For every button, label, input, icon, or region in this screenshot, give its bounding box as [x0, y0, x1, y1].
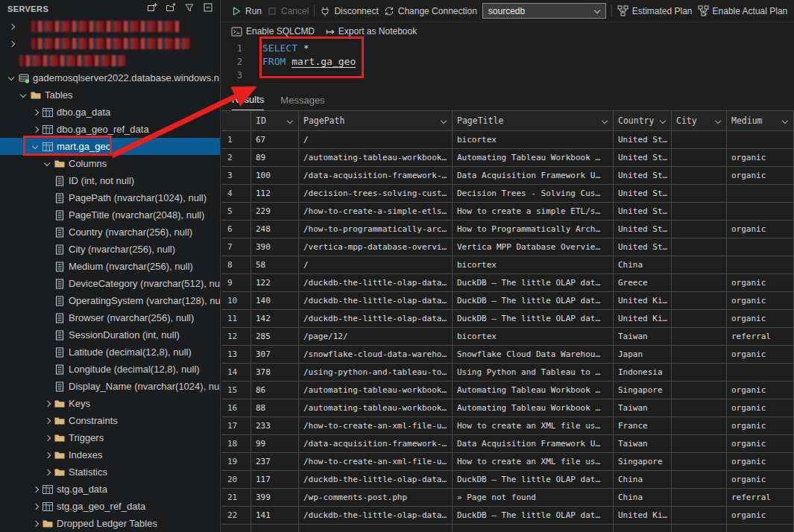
data-cell[interactable] — [672, 453, 727, 471]
data-cell[interactable] — [672, 274, 727, 292]
row-number-cell[interactable]: 21 — [221, 489, 251, 507]
data-cell[interactable]: 112 — [251, 185, 299, 203]
tree-item-operatingsystem-varchar-128-null[interactable]: OperatingSystem (varchar(128), null) — [0, 292, 220, 309]
data-cell[interactable] — [727, 256, 794, 274]
tab-messages[interactable]: Messages — [280, 95, 324, 110]
change-connection-button[interactable]: Change Connection — [384, 6, 477, 16]
data-cell[interactable]: organic — [727, 346, 794, 364]
tree-item-keys[interactable]: Keys — [0, 395, 220, 412]
data-cell[interactable] — [672, 185, 727, 203]
tree-item-mart-ga-geo[interactable]: mart.ga_geo — [0, 138, 220, 155]
data-cell[interactable]: How to create an XML file us… — [453, 417, 614, 435]
data-cell[interactable]: / — [299, 256, 453, 274]
column-header-medium[interactable]: Medium — [727, 111, 794, 131]
chevron-down-icon[interactable] — [42, 158, 54, 170]
row-number-cell[interactable]: 22 — [221, 507, 251, 525]
column-header-city[interactable]: City — [672, 111, 727, 131]
chevron-right-icon[interactable] — [30, 107, 42, 118]
data-cell[interactable]: 86 — [251, 381, 299, 399]
tree-item-longitude-decimal-12-8-null[interactable]: Longitude (decimal(12,8), null) — [0, 361, 220, 378]
data-cell[interactable]: organic — [727, 471, 794, 489]
tree-item-country-nvarchar-256-null[interactable]: Country (nvarchar(256), null) — [0, 224, 220, 241]
data-cell[interactable]: Taiwan — [614, 328, 672, 346]
row-number-cell[interactable]: 6 — [221, 221, 251, 238]
data-cell[interactable]: How to create a simple ETL/s… — [453, 203, 614, 221]
data-cell[interactable]: DuckDB – The little OLAP dat… — [453, 292, 614, 310]
data-cell[interactable]: /how-to-create-a-simple-etls… — [299, 203, 453, 221]
data-cell[interactable] — [672, 417, 727, 435]
data-cell[interactable] — [672, 364, 727, 381]
tree-item-dropped-ledger-tables[interactable]: Dropped Ledger Tables — [0, 515, 220, 532]
tree-item-gademosqlserver2022-database-windows-n[interactable]: gademosqlserver2022.database.windows.n..… — [0, 69, 220, 86]
row-number-cell[interactable]: 17 — [221, 417, 251, 435]
data-cell[interactable]: /snowflake-cloud-data-wareho… — [299, 346, 453, 364]
data-cell[interactable]: /duckdb-the-little-olap-data… — [299, 292, 453, 310]
tree-item-pagepath-nvarchar-1024-null[interactable]: PagePath (nvarchar(1024), null) — [0, 189, 220, 206]
chevron-right-icon[interactable] — [42, 432, 54, 444]
data-cell[interactable]: Taiwan — [614, 399, 672, 417]
data-cell[interactable]: /how-to-create-an-xml-file-u… — [299, 417, 453, 435]
data-cell[interactable]: Taiwan — [614, 435, 672, 453]
data-cell[interactable] — [672, 525, 727, 532]
data-cell[interactable]: /automating-tableau-workbook… — [299, 381, 453, 399]
data-cell[interactable]: /duckdb-the-little-olap-data… — [299, 274, 453, 292]
tree-item-stg-ga-geo-ref-data[interactable]: stg.ga_geo_ref_data — [0, 498, 220, 515]
data-cell[interactable] — [672, 346, 727, 364]
column-header-pagepath[interactable]: PagePath — [299, 111, 453, 131]
data-cell[interactable]: 141 — [251, 507, 299, 525]
tree-item-sessionduration-int-null[interactable]: SessionDuration (int, null) — [0, 326, 220, 343]
data-cell[interactable] — [727, 364, 794, 381]
data-cell[interactable]: China — [614, 256, 672, 274]
row-number-cell[interactable]: 15 — [221, 381, 251, 399]
tree-item-redacted-1[interactable] — [0, 18, 220, 35]
data-cell[interactable]: organic — [727, 149, 794, 167]
data-cell[interactable] — [672, 131, 727, 149]
row-number-cell[interactable]: 13 — [221, 346, 251, 364]
data-cell[interactable] — [672, 435, 727, 453]
row-number-cell[interactable]: 11 — [221, 310, 251, 328]
data-cell[interactable] — [672, 399, 727, 417]
chevron-right-icon[interactable] — [42, 466, 54, 478]
data-cell[interactable]: DuckDB – The little OLAP dat… — [453, 507, 614, 525]
export-as-notebook-button[interactable]: ↦ Export as Notebook — [326, 26, 417, 37]
data-cell[interactable]: Vertica MPP Database Overvie… — [453, 238, 614, 256]
disconnect-button[interactable]: Disconnect — [320, 6, 378, 16]
row-number-cell[interactable]: 5 — [221, 203, 251, 221]
data-cell[interactable]: 399 — [251, 489, 299, 507]
chevron-right-icon[interactable] — [6, 21, 18, 33]
chevron-down-icon[interactable] — [6, 72, 18, 84]
data-cell[interactable]: /page/12/ — [299, 328, 453, 346]
row-number-cell[interactable]: 1 — [221, 131, 251, 149]
chevron-down-icon[interactable] — [287, 118, 294, 124]
data-cell[interactable] — [672, 256, 727, 274]
data-cell[interactable]: United St… — [614, 221, 672, 238]
data-cell[interactable]: China — [614, 489, 672, 507]
data-cell[interactable]: Data Acquisition Framework U… — [453, 167, 614, 185]
data-cell[interactable]: DuckDB – The little OLAP dat… — [453, 310, 614, 328]
data-cell[interactable]: referral — [727, 489, 794, 507]
editor-line[interactable]: 2FROM mart.ga_geo — [221, 55, 794, 69]
data-cell[interactable]: 88 — [251, 399, 299, 417]
tree-item-dbo-ga-data[interactable]: dbo.ga_data — [0, 104, 220, 121]
enable-actual-plan-button[interactable]: Enable Actual Plan — [698, 5, 788, 16]
data-cell[interactable]: 67 — [251, 131, 299, 149]
data-cell[interactable]: organic — [727, 417, 794, 435]
data-cell[interactable]: 237 — [251, 453, 299, 471]
chevron-down-icon[interactable] — [660, 118, 667, 124]
data-cell[interactable]: Greece — [614, 274, 672, 292]
chevron-down-icon[interactable] — [18, 89, 30, 101]
data-cell[interactable]: organic — [727, 435, 794, 453]
data-cell[interactable] — [727, 185, 794, 203]
data-cell[interactable]: /using-python-and-tableau-to… — [299, 364, 453, 381]
data-cell[interactable]: DuckDB – The little OLAP dat… — [453, 274, 614, 292]
tree-item-redacted-2[interactable] — [0, 35, 220, 52]
data-cell[interactable]: United St… — [614, 131, 672, 149]
data-cell[interactable] — [672, 167, 727, 185]
estimated-plan-button[interactable]: Estimated Plan — [617, 5, 693, 16]
row-number-cell[interactable]: 10 — [221, 292, 251, 310]
data-cell[interactable]: 142 — [251, 310, 299, 328]
row-number-cell[interactable]: 20 — [221, 471, 251, 489]
data-cell[interactable]: /wp-comments-post.php — [299, 489, 453, 507]
tree-item-id-int-not-null[interactable]: ID (int, not null) — [0, 172, 220, 189]
data-cell[interactable] — [672, 238, 727, 256]
